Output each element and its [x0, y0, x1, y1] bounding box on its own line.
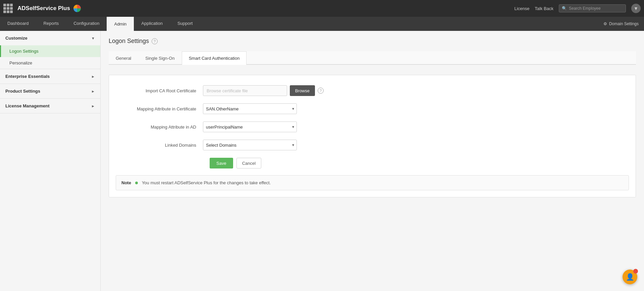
import-ca-row: Import CA Root Certificate Browse ?	[116, 85, 629, 96]
help-icon[interactable]: ?	[152, 38, 158, 44]
linked-domains-select[interactable]: Select Domains	[203, 140, 297, 150]
mapping-ad-row: Mapping Attribute in AD userPrincipalNam…	[116, 122, 629, 132]
page-title-text: Logon Settings	[109, 38, 149, 45]
domain-settings-button[interactable]: ⚙ Domain Settings	[598, 17, 644, 31]
search-input[interactable]	[569, 6, 623, 11]
cancel-button[interactable]: Cancel	[236, 158, 261, 168]
sidebar-section-product-label: Product Settings	[5, 89, 40, 94]
layout: Customize ▼ Logon Settings Personalize E…	[0, 31, 644, 291]
sidebar: Customize ▼ Logon Settings Personalize E…	[0, 31, 101, 291]
mapping-ad-wrapper: userPrincipalName sAMAccountName mail	[203, 122, 297, 132]
mapping-cert-control: SAN.OtherName Subject IssuerName	[203, 103, 324, 114]
chevron-down-icon: ▼	[91, 36, 95, 40]
mapping-cert-label: Mapping Attribute in Certificate	[116, 106, 203, 111]
topbar: ADSelfService Plus License Talk Back 🔍 ▼	[0, 0, 644, 17]
logo-circle	[73, 5, 81, 12]
nav-configuration[interactable]: Configuration	[66, 17, 107, 31]
sidebar-item-logon-settings[interactable]: Logon Settings	[0, 45, 100, 57]
chevron-right-icon-2: ►	[91, 89, 95, 93]
nav-reports[interactable]: Reports	[36, 17, 66, 31]
sidebar-section-license-header[interactable]: License Management ►	[0, 99, 100, 113]
tab-general[interactable]: General	[109, 51, 138, 65]
mapping-cert-row: Mapping Attribute in Certificate SAN.Oth…	[116, 103, 629, 114]
tab-smart-card[interactable]: Smart Card Authentication	[182, 51, 247, 65]
chevron-right-icon-3: ►	[91, 104, 95, 108]
domain-settings-label: Domain Settings	[609, 21, 639, 26]
note-box: Note You must restart ADSelfService Plus…	[116, 175, 629, 190]
save-button[interactable]: Save	[210, 158, 233, 168]
nav-admin[interactable]: Admin	[107, 17, 134, 31]
linked-domains-control: Select Domains	[203, 140, 324, 150]
talkback-link[interactable]: Talk Back	[535, 6, 553, 11]
chat-icon: 👤	[626, 273, 634, 281]
logo-text: ADSelfService Plus	[17, 5, 70, 12]
sidebar-section-product-header[interactable]: Product Settings ►	[0, 84, 100, 98]
main-content: Logon Settings ? General Single Sign-On …	[101, 31, 644, 291]
linked-domains-label: Linked Domains	[116, 143, 203, 148]
import-ca-control: Browse ?	[203, 85, 324, 96]
sidebar-section-license-label: License Management	[5, 103, 50, 108]
sidebar-section-license: License Management ►	[0, 99, 100, 113]
gear-icon: ⚙	[603, 21, 607, 26]
browse-button[interactable]: Browse	[290, 85, 315, 96]
mapping-cert-select[interactable]: SAN.OtherName Subject IssuerName	[203, 103, 297, 114]
note-label: Note	[121, 180, 131, 185]
logo: ADSelfService Plus	[3, 4, 81, 13]
chat-widget[interactable]: 👤	[623, 270, 637, 284]
chevron-right-icon: ►	[91, 75, 95, 79]
nav-dashboard[interactable]: Dashboard	[0, 17, 36, 31]
form-buttons: Save Cancel	[116, 158, 629, 168]
topbar-right: License Talk Back 🔍 ▼	[515, 4, 641, 13]
linked-domains-row: Linked Domains Select Domains	[116, 140, 629, 150]
mapping-ad-control: userPrincipalName sAMAccountName mail	[203, 122, 324, 132]
certificate-file-input[interactable]	[203, 85, 287, 96]
mapping-ad-select[interactable]: userPrincipalName sAMAccountName mail	[203, 122, 297, 132]
sidebar-section-enterprise-header[interactable]: Enterprise Essentials ►	[0, 69, 100, 84]
search-icon: 🔍	[562, 6, 567, 11]
import-ca-label: Import CA Root Certificate	[116, 88, 203, 93]
page-title: Logon Settings ?	[109, 38, 636, 45]
linked-domains-wrapper: Select Domains	[203, 140, 297, 150]
sidebar-item-personalize[interactable]: Personalize	[0, 57, 100, 69]
tab-bar: General Single Sign-On Smart Card Authen…	[109, 51, 636, 65]
nav-support[interactable]: Support	[170, 17, 200, 31]
note-dot	[135, 182, 138, 184]
user-avatar[interactable]: ▼	[631, 4, 641, 13]
sidebar-section-customize-header[interactable]: Customize ▼	[0, 31, 100, 45]
grid-icon	[3, 4, 13, 13]
browse-help-icon[interactable]: ?	[318, 88, 324, 94]
sidebar-section-customize: Customize ▼ Logon Settings Personalize	[0, 31, 100, 69]
license-link[interactable]: License	[515, 6, 530, 11]
mapping-cert-wrapper: SAN.OtherName Subject IssuerName	[203, 103, 297, 114]
sidebar-section-customize-label: Customize	[5, 36, 28, 41]
nav-application[interactable]: Application	[134, 17, 170, 31]
sidebar-section-enterprise: Enterprise Essentials ►	[0, 69, 100, 84]
search-box: 🔍	[559, 4, 626, 12]
mapping-ad-label: Mapping Attribute in AD	[116, 125, 203, 130]
tab-single-sign-on[interactable]: Single Sign-On	[138, 51, 181, 65]
sidebar-section-product: Product Settings ►	[0, 84, 100, 99]
chat-badge	[633, 269, 638, 274]
note-text: You must restart ADSelfService Plus for …	[142, 180, 271, 185]
sidebar-section-enterprise-label: Enterprise Essentials	[5, 74, 50, 79]
navbar: Dashboard Reports Configuration Admin Ap…	[0, 17, 644, 31]
form-card: Import CA Root Certificate Browse ? Mapp…	[109, 75, 636, 197]
